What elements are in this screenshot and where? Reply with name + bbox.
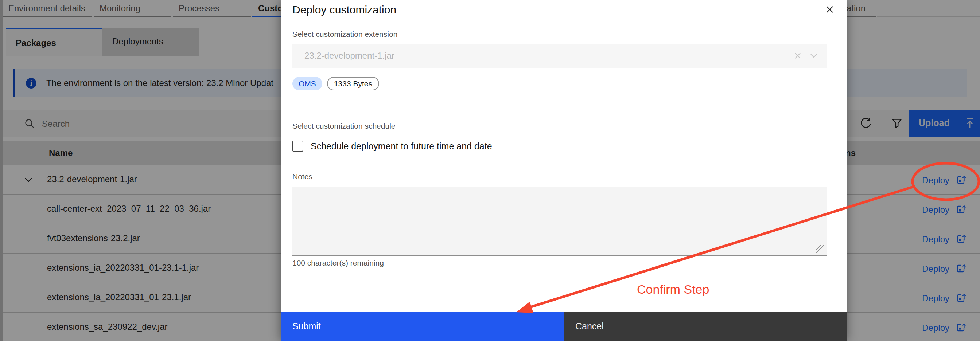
notes-label: Notes — [293, 172, 312, 181]
clear-selection-icon[interactable] — [793, 51, 802, 62]
chevron-down-icon[interactable] — [810, 53, 818, 60]
close-icon[interactable] — [821, 1, 838, 18]
schedule-checkbox-row: Schedule deployment to future time and d… — [293, 141, 492, 152]
modal-title: Deploy customization — [293, 4, 396, 16]
extension-tags: OMS 1333 Bytes — [293, 77, 379, 90]
file-size-tag: 1333 Bytes — [327, 77, 379, 90]
extension-label: Select customization extension — [293, 30, 398, 39]
schedule-label: Select customization schedule — [293, 122, 396, 130]
oms-tag: OMS — [293, 77, 322, 90]
textarea-resize-handle[interactable] — [816, 245, 824, 253]
screen: Environment details Monitoring Processes… — [0, 0, 980, 341]
modal-footer: Submit Cancel — [281, 312, 846, 341]
cancel-button[interactable]: Cancel — [564, 312, 846, 341]
submit-button[interactable]: Submit — [281, 312, 564, 341]
character-counter: 100 character(s) remaining — [293, 259, 384, 267]
extension-dropdown[interactable]: 23.2-development-1.jar — [293, 44, 827, 68]
schedule-checkbox-label: Schedule deployment to future time and d… — [310, 141, 492, 152]
schedule-checkbox[interactable] — [293, 141, 303, 152]
extension-dropdown-value: 23.2-development-1.jar — [304, 44, 395, 68]
deploy-customization-modal: Deploy customization Select customizatio… — [281, 0, 846, 341]
notes-textarea[interactable] — [293, 187, 827, 256]
